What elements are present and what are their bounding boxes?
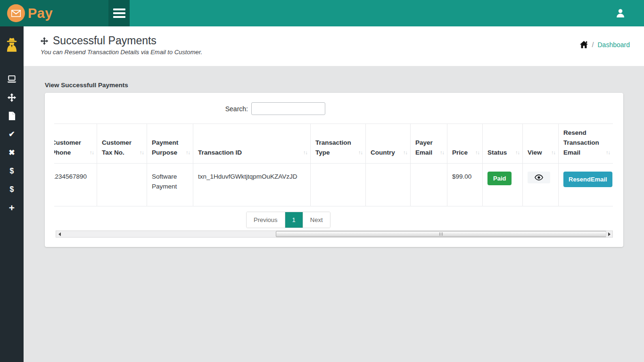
cell-view [523, 164, 559, 206]
column-header-transaction-id[interactable]: Transaction ID ↑↓ [193, 124, 311, 164]
cell-customer-phone: 1234567890 [54, 164, 97, 206]
column-header-payer-email[interactable]: Payer Email ↑↓ [411, 124, 447, 164]
search-input[interactable] [251, 102, 325, 115]
breadcrumb: / Dashboard [579, 41, 630, 49]
section-title: View Successfull Payments [45, 82, 644, 89]
top-navbar: Pay [0, 0, 644, 26]
payments-card: Search: Customer Phone ↑↓ [45, 93, 623, 247]
column-header-customer-phone[interactable]: Customer Phone ↑↓ [54, 124, 97, 164]
sidebar-item-move[interactable] [0, 88, 24, 107]
user-icon[interactable] [615, 8, 626, 19]
payments-table-container: Customer Phone ↑↓ Customer Tax No. ↑↓ Pa… [54, 123, 613, 206]
view-button[interactable] [528, 172, 550, 183]
plus-icon: + [9, 203, 15, 213]
sort-icon: ↑↓ [90, 148, 94, 157]
page-header: Successful Payments You can Resend Trans… [24, 26, 644, 66]
column-header-price[interactable]: Price ↑↓ [447, 124, 483, 164]
home-icon[interactable] [579, 41, 588, 49]
pagination-next-button[interactable]: Next [303, 212, 330, 228]
sidebar: ✔ ✖ $ $ + [0, 26, 24, 362]
scrollbar-thumb[interactable] [276, 231, 606, 237]
hamburger-menu-icon[interactable] [108, 0, 130, 26]
pagination-page-1-button[interactable]: 1 [285, 212, 303, 228]
eye-icon [535, 174, 543, 181]
dollar-icon: $ [10, 167, 14, 175]
column-header-payment-purpose[interactable]: Payment Purpose ↑↓ [147, 124, 193, 164]
pagination: Previous 1 Next [246, 212, 330, 228]
sort-icon: ↑↓ [140, 148, 144, 157]
sort-icon: ↑↓ [403, 148, 407, 157]
dollar-icon: $ [10, 186, 14, 193]
file-icon [8, 111, 16, 121]
brand-logo[interactable]: Pay [0, 0, 108, 26]
column-header-country[interactable]: Country ↑↓ [366, 124, 411, 164]
sort-icon: ↑↓ [606, 148, 610, 157]
table-header-row: Customer Phone ↑↓ Customer Tax No. ↑↓ Pa… [54, 124, 613, 164]
resend-email-button[interactable]: ResendEmail [563, 172, 612, 187]
page-title: Successful Payments [53, 34, 157, 47]
payments-table: Customer Phone ↑↓ Customer Tax No. ↑↓ Pa… [54, 123, 613, 206]
breadcrumb-separator: / [592, 41, 594, 49]
sort-icon: ↑↓ [186, 148, 190, 157]
cell-customer-tax-no [97, 164, 147, 206]
column-header-status[interactable]: Status ↑↓ [483, 124, 523, 164]
laptop-icon [7, 75, 17, 83]
sort-icon: ↑↓ [515, 148, 520, 157]
sidebar-item-plus[interactable]: + [0, 198, 24, 217]
sidebar-item-file[interactable] [0, 107, 24, 125]
user-secret-icon [5, 37, 19, 52]
horizontal-scrollbar[interactable] [56, 230, 613, 238]
move-icon [40, 37, 49, 45]
status-badge-paid[interactable]: Paid [487, 172, 512, 185]
sidebar-item-dollar-1[interactable]: $ [0, 162, 24, 180]
column-header-view[interactable]: View ↑↓ [523, 124, 559, 164]
move-icon [7, 93, 17, 102]
table-row: 1234567890 Software Payment txn_1HduvfGW… [54, 164, 613, 206]
scroll-left-icon[interactable] [56, 231, 63, 237]
sidebar-item-user-secret[interactable] [0, 31, 24, 58]
cell-payer-email [411, 164, 447, 206]
cell-resend: ResendEmail [559, 164, 613, 206]
cell-payment-purpose: Software Payment [147, 164, 193, 206]
sort-icon: ↑↓ [475, 148, 479, 157]
sort-icon: ↑↓ [440, 148, 444, 157]
column-header-resend-transaction-email[interactable]: Resend Transaction Email ↑↓ [559, 124, 613, 164]
sidebar-item-laptop[interactable] [0, 70, 24, 88]
column-header-customer-tax-no[interactable]: Customer Tax No. ↑↓ [97, 124, 147, 164]
pagination-previous-button[interactable]: Previous [247, 212, 285, 228]
sidebar-item-dollar-2[interactable]: $ [0, 180, 24, 198]
table-search: Search: [54, 102, 325, 115]
sidebar-item-close[interactable]: ✖ [0, 143, 24, 162]
scroll-right-icon[interactable] [606, 231, 612, 237]
cell-transaction-type [311, 164, 366, 206]
search-label: Search: [225, 105, 248, 113]
brand-name: Pay [28, 6, 53, 21]
check-icon: ✔ [8, 131, 15, 138]
sort-icon: ↑↓ [303, 148, 307, 157]
sort-icon: ↑↓ [358, 148, 363, 157]
column-header-transaction-type[interactable]: Transaction Type ↑↓ [311, 124, 366, 164]
envelope-icon [7, 4, 25, 22]
sidebar-item-check[interactable]: ✔ [0, 125, 24, 143]
cell-country [366, 164, 411, 206]
sort-icon: ↑↓ [551, 148, 555, 157]
breadcrumb-link-dashboard[interactable]: Dashboard [598, 41, 630, 49]
close-icon: ✖ [8, 149, 15, 156]
cell-price: $99.00 [447, 164, 483, 206]
cell-transaction-id: txn_1HduvfGWktjtqpmOuKZAVzJD [193, 164, 311, 206]
page-subtitle: You can Resend Transaction Details via E… [24, 47, 644, 56]
cell-status: Paid [483, 164, 523, 206]
main-content: View Successfull Payments Search: Custom… [24, 66, 644, 362]
